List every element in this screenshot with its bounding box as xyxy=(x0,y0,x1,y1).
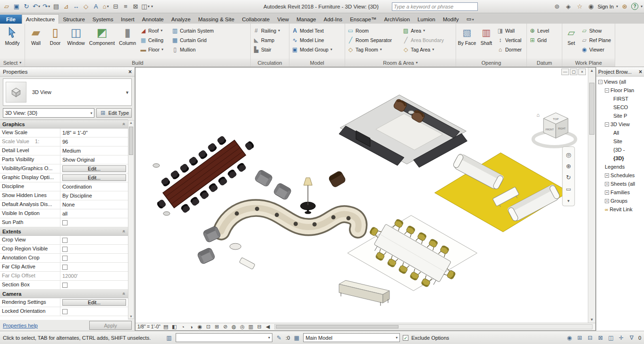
default-3d-view-icon[interactable]: ⌂▾ xyxy=(101,2,110,11)
design-options-icon[interactable]: ▦ xyxy=(293,335,300,341)
switch-windows-chevron-icon[interactable]: ▾ xyxy=(148,4,150,9)
crop-region-checkbox[interactable] xyxy=(62,247,68,252)
filter-icon[interactable]: ∇ xyxy=(628,335,636,341)
room-area-panel-label[interactable]: Room & Area▾ xyxy=(345,59,456,67)
signin-person-icon[interactable]: ◉ xyxy=(586,2,596,11)
scroll-up-icon[interactable]: ▲ xyxy=(129,121,133,124)
rendering-settings-edit-button[interactable]: Edit... xyxy=(62,299,126,306)
level-button[interactable]: ⊕Level xyxy=(528,26,561,35)
visibility-graphics-edit-button[interactable]: Edit... xyxy=(62,165,126,172)
credenza[interactable] xyxy=(339,280,390,306)
ramp-button[interactable]: ◣Ramp xyxy=(252,35,288,44)
sync-icon[interactable]: ↻ xyxy=(22,2,31,11)
tab-systems[interactable]: Systems xyxy=(89,15,117,24)
collapse-icon[interactable]: « xyxy=(122,230,127,233)
tree-item-legends[interactable]: Legends xyxy=(596,163,644,171)
component-button[interactable]: ◩Component xyxy=(88,25,116,59)
tree-item-families[interactable]: +Families xyxy=(596,188,644,197)
open-icon[interactable]: ▱ xyxy=(2,2,11,11)
signin-chevron-icon[interactable]: ▾ xyxy=(616,4,618,9)
navbar-more-chevron-icon[interactable]: ▾ xyxy=(568,198,570,203)
chair[interactable] xyxy=(188,156,198,166)
tab-annotate[interactable]: Annotate xyxy=(138,15,168,24)
aligned-dimension-icon[interactable]: ↔ xyxy=(71,2,81,11)
scroll-down-icon[interactable]: ▼ xyxy=(590,318,594,322)
signin-label[interactable]: Sign In xyxy=(598,4,614,9)
shaft-button[interactable]: ▥Shaft xyxy=(477,25,495,59)
temporary-hide-isolate-icon[interactable]: ◍ xyxy=(231,324,237,330)
tag-area-button[interactable]: ◇Tag Area▾ xyxy=(401,45,453,54)
view-close-icon[interactable]: × xyxy=(578,69,586,75)
apply-button[interactable]: Apply xyxy=(89,321,132,330)
reveal-hidden-elements-icon[interactable]: ◎ xyxy=(239,324,246,330)
lounge-sofa-group[interactable] xyxy=(339,95,467,167)
by-face-button[interactable]: ▧By Face xyxy=(457,25,477,59)
graphic-display-edit-button[interactable]: Edit... xyxy=(62,174,126,181)
show-hidden-lines-value[interactable]: By Discipline xyxy=(60,191,128,200)
work-plane-panel-label[interactable]: Work Plane xyxy=(562,59,615,67)
tab-archvision[interactable]: ArchVision xyxy=(380,15,414,24)
viewcube-home-icon[interactable]: ⌂ xyxy=(536,112,540,118)
help-icon[interactable]: ? xyxy=(631,3,638,10)
tab-structure[interactable]: Structure xyxy=(59,15,89,24)
exchange-apps-icon[interactable]: ⊛ xyxy=(620,2,629,11)
discipline-value[interactable]: Coordination xyxy=(60,182,128,191)
subscription-icon[interactable]: ◈ xyxy=(564,2,573,11)
expand-toggle-icon[interactable]: + xyxy=(605,190,609,195)
gray-armchair[interactable] xyxy=(254,169,273,187)
room-separator-button[interactable]: ╱Room Separator xyxy=(346,35,401,44)
chair[interactable] xyxy=(245,141,254,151)
yellow-rug-group[interactable] xyxy=(435,153,569,232)
room-button[interactable]: ▭Room xyxy=(346,26,401,35)
viewcube-front-label[interactable]: FRONT xyxy=(546,128,554,131)
edit-type-button[interactable]: ⊞ Edit Type xyxy=(96,108,132,118)
viewcube-right-label[interactable]: RIGHT xyxy=(558,127,565,130)
expand-toggle-icon[interactable]: + xyxy=(605,173,609,178)
favorites-star-icon[interactable]: ☆ xyxy=(575,2,585,11)
view-restore-icon[interactable]: ▢ xyxy=(570,69,577,75)
ref-plane-button[interactable]: ▱Ref Plane xyxy=(580,35,613,44)
tag-by-category-icon[interactable]: ◇ xyxy=(81,2,91,11)
set-button[interactable]: ▱Set xyxy=(563,25,579,59)
pedestal-table-with-lamp[interactable] xyxy=(300,178,315,214)
3d-view-scene[interactable]: ⌂ TOP FRONT RIGHT ◎ ⊕ ↻ ▭ xyxy=(136,68,588,323)
properties-scrollbar[interactable]: ▲ ▼ xyxy=(128,120,134,319)
section-graphics[interactable]: Graphics« xyxy=(0,120,128,129)
chair[interactable] xyxy=(156,199,166,209)
element-selector-combo[interactable]: 3D View: {3D} ▾ xyxy=(3,108,94,118)
select-underlay-toggle-icon[interactable]: ⊟ xyxy=(586,335,594,341)
search-input[interactable] xyxy=(394,4,476,9)
chair[interactable] xyxy=(198,150,208,160)
section-camera[interactable]: Camera« xyxy=(0,290,128,298)
tree-item-all[interactable]: All xyxy=(596,129,644,137)
drag-on-selection-toggle-icon[interactable]: ✛ xyxy=(618,335,625,341)
viewer-button[interactable]: ◉Viewer xyxy=(580,45,613,54)
visual-style-icon[interactable]: ◧ xyxy=(171,324,178,330)
detail-level-value[interactable]: Medium xyxy=(60,146,128,155)
expand-toggle-icon[interactable]: + xyxy=(605,182,609,186)
measure-icon[interactable]: ⊿ xyxy=(61,2,71,11)
scroll-left-icon[interactable]: ◀ xyxy=(265,324,271,330)
thin-lines-icon[interactable]: ≡ xyxy=(121,2,130,11)
crop-view-icon[interactable]: ⊡ xyxy=(205,324,212,330)
wall-button[interactable]: ▰Wall xyxy=(26,25,46,59)
zoom-icon[interactable]: ⊕ xyxy=(566,163,571,170)
tree-item-second-floor[interactable]: SECO xyxy=(596,103,644,112)
tab-collaborate[interactable]: Collaborate xyxy=(238,15,273,24)
exclude-options-checkbox[interactable]: ✓ xyxy=(403,335,408,341)
chair[interactable] xyxy=(161,177,170,187)
select-pinned-toggle-icon[interactable]: ⊠ xyxy=(597,335,604,341)
roof-button[interactable]: ◢Roof▾ xyxy=(139,26,170,35)
collapse-icon[interactable]: « xyxy=(122,292,127,295)
tree-item-site[interactable]: Site xyxy=(596,137,644,146)
3d-view-chevron-icon[interactable]: ▾ xyxy=(107,4,109,9)
chair[interactable] xyxy=(190,197,200,206)
ribbon-display-toggle-icon[interactable]: ▭▾ xyxy=(463,14,478,24)
detail-level-icon[interactable]: ▤ xyxy=(163,324,169,330)
section-box-checkbox[interactable] xyxy=(62,283,68,288)
close-hidden-windows-icon[interactable]: ⊠ xyxy=(131,2,140,11)
chair[interactable] xyxy=(199,190,209,200)
default-analysis-value[interactable]: None xyxy=(60,200,128,209)
shadows-icon[interactable]: ◑ xyxy=(188,324,195,330)
tree-item-schedules[interactable]: +Schedules xyxy=(596,171,644,180)
